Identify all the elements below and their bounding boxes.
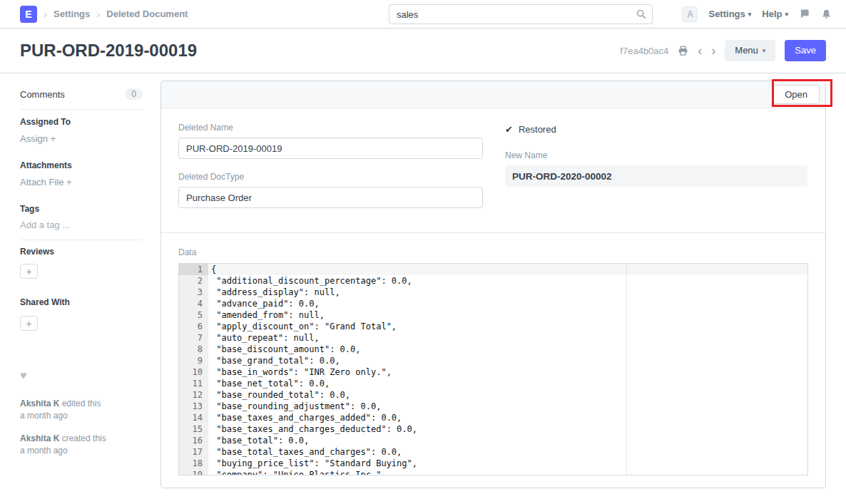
reviews-heading: Reviews [20, 247, 143, 257]
code-text: "base_rounded_total": 0.0, [208, 389, 350, 401]
deleted-name-field: Deleted Name [178, 123, 483, 159]
deleted-name-label: Deleted Name [178, 123, 483, 133]
code-line: 15 "base_taxes_and_charges_deducted": 0.… [179, 423, 807, 435]
search-icon[interactable] [636, 9, 646, 19]
next-doc-icon[interactable]: › [711, 44, 715, 57]
line-number: 19 [179, 469, 208, 475]
line-number: 16 [179, 435, 208, 446]
restored-checkbox[interactable]: ✔ Restored [505, 124, 807, 135]
settings-menu[interactable]: Settings ▾ [708, 9, 751, 19]
code-text: "base_net_total": 0.0, [208, 378, 330, 389]
open-status-button[interactable]: Open [773, 85, 820, 105]
new-name-label: New Name [505, 150, 807, 160]
code-text: "address_display": null, [208, 287, 340, 298]
menu-button-label: Menu [735, 45, 758, 56]
chevron-right-icon: › [96, 8, 100, 20]
code-text: "base_in_words": "INR Zero only.", [208, 366, 392, 378]
page-actions: f7ea4b0ac4 ‹ › Menu ▾ Save [620, 40, 826, 61]
help-menu-label: Help [762, 9, 782, 19]
global-search[interactable] [389, 4, 653, 24]
restored-label: Restored [519, 124, 556, 135]
code-line: 17 "base_total_taxes_and_charges": 0.0, [179, 446, 807, 458]
code-text: "base_rounding_adjustment": 0.0, [208, 401, 381, 412]
breadcrumb-settings[interactable]: Settings [53, 9, 90, 19]
json-code-editor[interactable]: 1 { 2 "additional_discount_percentage": … [178, 263, 808, 475]
add-tag-input[interactable]: Add a tag ... [20, 220, 70, 230]
code-line: 7 "auto_repeat": null, [179, 332, 807, 344]
activity-time: a month ago [20, 445, 143, 457]
code-text: "base_taxes_and_charges_added": 0.0, [208, 412, 402, 423]
code-text: "base_grand_total": 0.0, [208, 355, 340, 366]
comments-label: Comments [20, 89, 65, 100]
chevron-down-icon: ▾ [748, 11, 752, 18]
code-line: 11 "base_net_total": 0.0, [179, 378, 807, 389]
activity-entry: Akshita K created this a month ago [20, 433, 143, 457]
assigned-to-heading: Assigned To [20, 117, 143, 127]
line-number: 14 [179, 412, 208, 423]
code-line: 8 "base_discount_amount": 0.0, [179, 344, 807, 355]
line-number: 6 [179, 321, 208, 332]
line-number: 7 [179, 332, 208, 344]
code-line: 18 "buying_price_list": "Standard Buying… [179, 458, 807, 469]
add-share-button[interactable]: + [20, 316, 38, 331]
code-text: "advance_paid": 0.0, [208, 298, 320, 309]
activity-user: Akshita K [20, 433, 59, 443]
check-icon: ✔ [505, 124, 513, 135]
code-text: "base_discount_amount": 0.0, [208, 344, 361, 355]
line-number: 12 [179, 389, 208, 401]
navbar: E › Settings › Deleted Document A Settin… [0, 0, 846, 29]
menu-button[interactable]: Menu ▾ [725, 40, 775, 61]
breadcrumb-deleted-document[interactable]: Deleted Document [106, 9, 188, 19]
page-head: PUR-ORD-2019-00019 f7ea4b0ac4 ‹ › Menu ▾… [0, 29, 846, 73]
form-section-main: Deleted Name Deleted DocType ✔ Restored … [161, 108, 825, 232]
settings-menu-label: Settings [708, 9, 745, 19]
form-sidebar: Comments 0 Assigned To Assign + Attachme… [20, 88, 143, 457]
code-text: { [208, 264, 216, 275]
app-logo[interactable]: E [20, 6, 37, 23]
activity-action: edited this [59, 398, 101, 408]
line-number: 1 [179, 264, 208, 275]
chevron-down-icon: ▾ [785, 11, 788, 18]
attachments-heading: Attachments [20, 160, 143, 170]
deleted-doctype-input[interactable] [178, 187, 483, 208]
search-input[interactable] [389, 9, 636, 20]
comments-link[interactable]: Comments 0 [20, 88, 143, 100]
line-number: 8 [179, 344, 208, 355]
deleted-doctype-field: Deleted DocType [178, 172, 483, 208]
attach-file-link[interactable]: Attach File + [20, 177, 72, 187]
chevron-down-icon: ▾ [763, 47, 766, 55]
code-line: 1 { [179, 264, 807, 275]
page-title: PUR-ORD-2019-00019 [20, 41, 197, 61]
print-icon[interactable] [678, 46, 688, 56]
line-number: 5 [179, 309, 208, 321]
data-label: Data [178, 247, 808, 257]
like-heart-icon[interactable]: ♥ [20, 369, 143, 382]
activity-user: Akshita K [20, 398, 59, 408]
avatar[interactable]: A [682, 6, 698, 22]
assign-link[interactable]: Assign + [20, 133, 56, 144]
deleted-name-input[interactable] [178, 138, 483, 159]
save-button[interactable]: Save [785, 40, 826, 61]
code-text: "additional_discount_percentage": 0.0, [208, 275, 412, 287]
line-number: 3 [179, 287, 208, 298]
form-column-left: Deleted Name Deleted DocType [178, 123, 483, 221]
divider [20, 109, 143, 110]
navbar-right: A Settings ▾ Help ▾ [682, 6, 832, 22]
new-name-field: New Name PUR-ORD-2020-00002 [505, 150, 807, 187]
code-text: "base_total_taxes_and_charges": 0.0, [208, 446, 402, 458]
line-number: 11 [179, 378, 208, 389]
code-line: 6 "apply_discount_on": "Grand Total", [179, 321, 807, 332]
notifications-bell-icon[interactable] [821, 9, 832, 20]
code-line: 4 "advance_paid": 0.0, [179, 298, 807, 309]
help-menu[interactable]: Help ▾ [762, 9, 788, 19]
form-column-right: ✔ Restored New Name PUR-ORD-2020-00002 [505, 123, 807, 221]
code-line: 2 "additional_discount_percentage": 0.0, [179, 275, 807, 287]
add-review-button[interactable]: + [20, 264, 38, 279]
form-section-data: Data 1 { 2 "additional_discount_percenta… [161, 233, 825, 488]
code-line: 14 "base_taxes_and_charges_added": 0.0, [179, 412, 807, 423]
chat-icon[interactable] [799, 9, 810, 19]
activity-time: a month ago [20, 410, 143, 422]
prev-doc-icon[interactable]: ‹ [698, 44, 702, 57]
code-line: 16 "base_total": 0.0, [179, 435, 807, 446]
line-number: 15 [179, 423, 208, 435]
